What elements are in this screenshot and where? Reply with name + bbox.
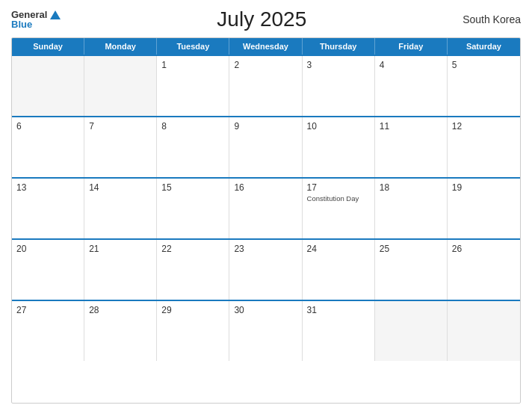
day-of-week-saturday: Saturday	[448, 38, 520, 55]
week-row-4: 20212223242526	[12, 238, 520, 300]
cal-cell: 4	[375, 56, 448, 116]
cal-cell	[375, 301, 448, 361]
day-of-week-thursday: Thursday	[303, 38, 375, 55]
cal-cell: 30	[229, 301, 302, 361]
day-number: 26	[452, 244, 516, 254]
day-number: 13	[16, 182, 79, 193]
day-number: 12	[452, 121, 516, 132]
day-number: 22	[161, 244, 224, 254]
day-number: 11	[380, 121, 442, 132]
day-number: 31	[307, 305, 370, 315]
day-number: 20	[16, 244, 79, 254]
cal-cell: 27	[12, 301, 84, 361]
cal-cell: 11	[375, 117, 448, 177]
cal-cell: 5	[448, 56, 520, 116]
day-number: 15	[161, 182, 224, 193]
day-number: 29	[161, 305, 224, 315]
day-number: 18	[380, 182, 442, 193]
cal-cell: 19	[448, 179, 520, 238]
day-number: 24	[307, 244, 370, 254]
cal-cell: 8	[157, 117, 229, 177]
cal-cell: 16	[229, 179, 302, 238]
day-number: 30	[234, 305, 297, 315]
cal-cell: 12	[448, 117, 520, 177]
cal-cell: 29	[157, 301, 229, 361]
day-number: 23	[234, 244, 297, 254]
logo: General Blue	[11, 10, 61, 29]
cal-cell: 21	[84, 240, 157, 300]
cal-cell: 13	[12, 179, 84, 238]
calendar: SundayMondayTuesdayWednesdayThursdayFrid…	[11, 37, 521, 404]
cal-cell: 31	[303, 301, 375, 361]
cal-cell: 17Constitution Day	[303, 179, 375, 238]
cal-cell: 14	[84, 179, 157, 238]
day-number: 4	[380, 60, 442, 70]
day-number: 1	[161, 60, 224, 70]
cal-cell: 23	[229, 240, 302, 300]
day-number: 2	[234, 60, 297, 70]
cal-cell: 15	[157, 179, 229, 238]
cal-cell: 22	[157, 240, 229, 300]
day-of-week-sunday: Sunday	[12, 38, 84, 55]
calendar-header: SundayMondayTuesdayWednesdayThursdayFrid…	[12, 38, 520, 55]
cal-cell	[448, 301, 520, 361]
cal-cell: 3	[303, 56, 375, 116]
day-number: 28	[89, 305, 152, 315]
day-number: 6	[16, 121, 79, 132]
day-of-week-friday: Friday	[375, 38, 448, 55]
week-row-1: 12345	[12, 55, 520, 116]
logo-triangle-icon	[50, 10, 61, 19]
cal-cell	[12, 56, 84, 116]
day-number: 19	[452, 182, 516, 193]
day-number: 21	[89, 244, 152, 254]
day-number: 10	[307, 121, 370, 132]
day-number: 16	[234, 182, 297, 193]
cal-cell: 24	[303, 240, 375, 300]
day-number: 5	[452, 60, 516, 70]
day-number: 9	[234, 121, 297, 132]
page-header: General Blue July 2025 South Korea	[11, 7, 521, 31]
logo-blue-text: Blue	[11, 19, 61, 29]
day-number: 27	[16, 305, 79, 315]
day-number: 8	[161, 121, 224, 132]
day-of-week-monday: Monday	[84, 38, 157, 55]
cal-cell: 6	[12, 117, 84, 177]
event-label: Constitution Day	[307, 194, 370, 203]
day-of-week-tuesday: Tuesday	[157, 38, 229, 55]
country-label: South Korea	[463, 13, 521, 25]
calendar-body: 1234567891011121314151617Constitution Da…	[12, 55, 520, 361]
cal-cell: 25	[375, 240, 448, 300]
cal-cell: 1	[157, 56, 229, 116]
cal-cell: 20	[12, 240, 84, 300]
cal-cell: 26	[448, 240, 520, 300]
cal-cell: 7	[84, 117, 157, 177]
month-title: July 2025	[217, 7, 306, 31]
day-number: 25	[380, 244, 442, 254]
cal-cell: 18	[375, 179, 448, 238]
week-row-3: 1314151617Constitution Day1819	[12, 177, 520, 238]
cal-cell: 2	[229, 56, 302, 116]
day-number: 3	[307, 60, 370, 70]
week-row-2: 6789101112	[12, 116, 520, 177]
day-of-week-wednesday: Wednesday	[229, 38, 302, 55]
cal-cell: 28	[84, 301, 157, 361]
week-row-5: 2728293031	[12, 300, 520, 361]
cal-cell: 10	[303, 117, 375, 177]
day-number: 7	[89, 121, 152, 132]
day-number: 14	[89, 182, 152, 193]
cal-cell	[84, 56, 157, 116]
day-number: 17	[307, 182, 370, 193]
cal-cell: 9	[229, 117, 302, 177]
